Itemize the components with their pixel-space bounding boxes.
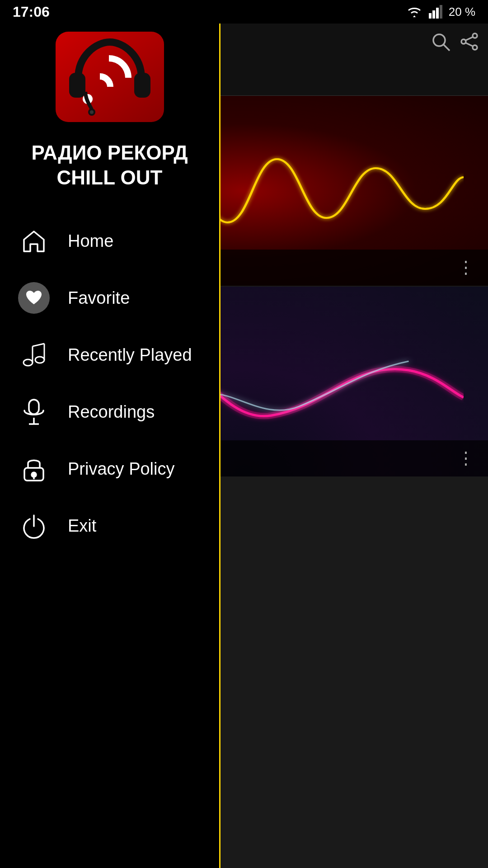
power-icon bbox=[18, 510, 50, 542]
svg-line-19 bbox=[33, 344, 44, 346]
signal-icon bbox=[429, 5, 442, 19]
lock-icon bbox=[18, 453, 50, 485]
sidebar-item-privacy-policy[interactable]: Privacy Policy bbox=[0, 440, 219, 497]
recently-played-label: Recently Played bbox=[68, 345, 192, 365]
privacy-policy-label: Privacy Policy bbox=[68, 459, 175, 479]
recordings-label: Recordings bbox=[68, 402, 155, 422]
sidebar-item-home[interactable]: Home bbox=[0, 212, 219, 269]
exit-label: Exit bbox=[68, 516, 96, 536]
svg-rect-3 bbox=[440, 5, 442, 19]
battery-text: 20 % bbox=[449, 5, 475, 19]
microphone-icon bbox=[18, 396, 50, 428]
favorite-icon-circle bbox=[18, 282, 50, 314]
home-label: Home bbox=[68, 231, 113, 251]
svg-point-16 bbox=[35, 357, 44, 363]
status-time: 17:06 bbox=[13, 4, 50, 20]
rss-symbol bbox=[83, 50, 137, 104]
svg-point-6 bbox=[473, 33, 477, 38]
sidebar-item-exit[interactable]: Exit bbox=[0, 497, 219, 554]
wifi-icon bbox=[406, 5, 422, 18]
music-note-icon bbox=[18, 339, 50, 371]
home-icon bbox=[18, 225, 50, 257]
status-bar: 17:06 20 % bbox=[0, 0, 488, 24]
svg-rect-1 bbox=[432, 10, 435, 19]
svg-rect-20 bbox=[29, 400, 39, 414]
favorite-label: Favorite bbox=[68, 288, 130, 308]
svg-rect-0 bbox=[429, 13, 432, 19]
svg-point-8 bbox=[473, 45, 477, 50]
navigation-drawer: РАДИО РЕКОРД CHILL OUT Home Favorite bbox=[0, 0, 221, 868]
app-title: РАДИО РЕКОРД CHILL OUT bbox=[22, 140, 197, 190]
status-icons: 20 % bbox=[406, 5, 475, 19]
station-menu-russia[interactable]: ⋮ bbox=[457, 258, 474, 278]
svg-rect-2 bbox=[436, 8, 439, 19]
svg-point-15 bbox=[23, 359, 33, 366]
nav-menu: Home Favorite Recently Pla bbox=[0, 212, 219, 554]
sidebar-item-recently-played[interactable]: Recently Played bbox=[0, 326, 219, 383]
svg-line-10 bbox=[466, 43, 473, 46]
svg-point-7 bbox=[461, 39, 466, 44]
svg-point-13 bbox=[88, 108, 95, 116]
app-logo bbox=[51, 27, 169, 127]
svg-line-9 bbox=[466, 37, 473, 40]
svg-line-5 bbox=[444, 45, 450, 51]
logo-box bbox=[56, 32, 164, 122]
sidebar-item-favorite[interactable]: Favorite bbox=[0, 269, 219, 326]
search-button[interactable] bbox=[430, 31, 451, 57]
station-menu-record[interactable]: ⋮ bbox=[457, 448, 474, 468]
share-button[interactable] bbox=[460, 32, 479, 56]
sidebar-item-recordings[interactable]: Recordings bbox=[0, 383, 219, 440]
svg-point-4 bbox=[433, 34, 445, 46]
svg-point-25 bbox=[32, 472, 36, 477]
svg-point-14 bbox=[90, 110, 94, 114]
